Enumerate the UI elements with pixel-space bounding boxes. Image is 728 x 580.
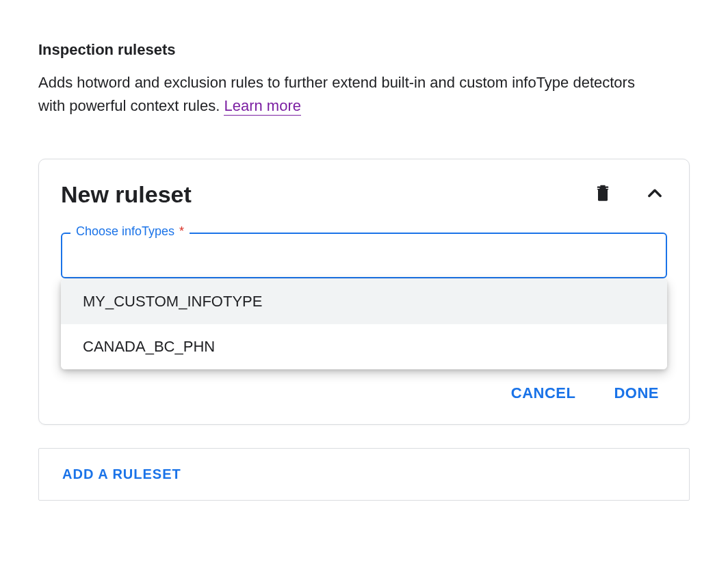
delete-button[interactable] [590,183,615,207]
description-text: Adds hotword and exclusion rules to furt… [38,74,635,114]
infotype-input-label: Choose infoTypes * [70,224,190,239]
new-ruleset-card: New ruleset [38,159,690,425]
done-button[interactable]: DONE [614,384,659,402]
card-actions: CANCEL DONE [61,384,667,402]
section-description: Adds hotword and exclusion rules to furt… [38,71,654,118]
svg-rect-1 [601,185,606,187]
dropdown-option[interactable]: CANADA_BC_PHN [61,324,667,369]
card-title: New ruleset [61,181,192,208]
collapse-button[interactable] [642,183,667,207]
add-ruleset-card: ADD A RULESET [38,448,690,501]
learn-more-link[interactable]: Learn more [224,97,301,116]
add-ruleset-button[interactable]: ADD A RULESET [62,466,181,482]
infotype-dropdown: MY_CUSTOM_INFOTYPE CANADA_BC_PHN [61,279,667,369]
card-header: New ruleset [61,181,667,208]
chevron-up-icon [645,184,664,205]
cancel-button[interactable]: CANCEL [511,384,576,402]
card-header-actions [590,183,667,207]
section-title: Inspection rulesets [38,41,690,59]
inspection-rulesets-section: Inspection rulesets Adds hotword and exc… [38,41,690,501]
infotype-input[interactable] [61,233,667,278]
required-asterisk: * [179,224,184,238]
trash-icon [593,184,612,205]
dropdown-option[interactable]: MY_CUSTOM_INFOTYPE [61,279,667,324]
infotype-input-wrapper: Choose infoTypes * MY_CUSTOM_INFOTYPE CA… [61,233,667,278]
label-text: Choose infoTypes [76,224,174,238]
